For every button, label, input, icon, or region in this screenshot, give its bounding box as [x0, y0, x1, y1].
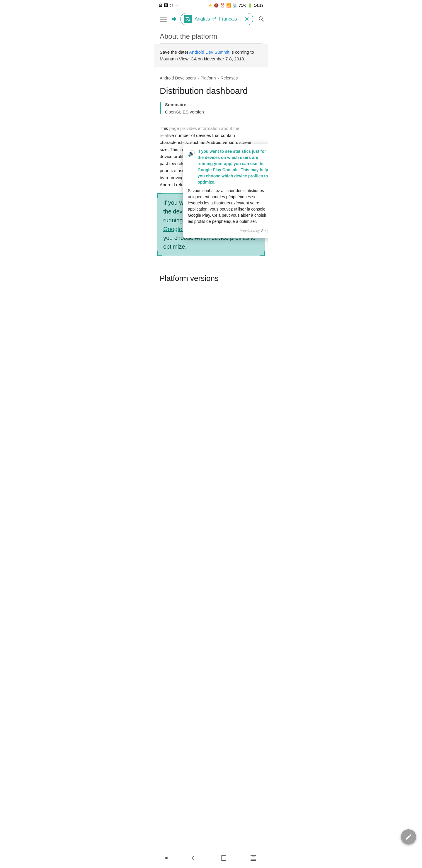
- translation-popup: 🔊 If you want to see statistics just for…: [183, 144, 268, 238]
- translate-credit: translated by Google: [240, 229, 268, 233]
- battery-percentage: 71%: [238, 3, 246, 8]
- mute-icon: 🔕: [214, 3, 219, 8]
- body-line-3: chara: [160, 140, 171, 145]
- breadcrumb-sep-2: ›: [218, 76, 219, 80]
- speaker-button[interactable]: [171, 16, 178, 22]
- corner-bl: [157, 251, 162, 256]
- menu-button[interactable]: [157, 13, 169, 25]
- body-text: This page provides information about the…: [154, 120, 268, 193]
- popup-translated-text: Si vous souhaitez afficher des statistiq…: [188, 188, 268, 225]
- body-intro-text: This page provides information about the: [160, 126, 239, 131]
- section-heading: About the platform: [154, 28, 268, 43]
- status-bar-right: ⚡ 🔕 ⏰ 📶 📡 71% 🔋 14:18: [208, 3, 263, 8]
- body-line-9: Andr: [160, 182, 169, 187]
- android-dev-summit-link[interactable]: Android Dev Summit: [189, 50, 229, 55]
- close-translation-button[interactable]: ✕: [245, 16, 249, 23]
- breadcrumb-platform[interactable]: Platform: [200, 76, 216, 80]
- popup-speaker-icon[interactable]: 🔊: [188, 149, 195, 158]
- body-line-8: by re: [160, 175, 169, 180]
- divider: [240, 16, 241, 23]
- body-line-2: relati: [160, 133, 169, 138]
- breadcrumb-releases: Releases: [221, 76, 238, 80]
- popup-original-text: If you want to see statistics just for t…: [197, 148, 268, 185]
- translate-icon: [184, 15, 192, 23]
- clock: 14:18: [254, 3, 263, 8]
- svg-rect-2: [160, 21, 167, 22]
- platform-versions-heading: Platform versions: [154, 265, 268, 286]
- status-bar: 🖼 🅱 ⬡ ··· ⚡ 🔕 ⏰ 📶 📡 71% 🔋 14:18: [154, 0, 268, 10]
- nav-bar: Anglais ⇄ Français ✕: [154, 10, 268, 28]
- summary-title: Sommaire: [165, 102, 204, 107]
- notification-icon: 🅱: [164, 3, 168, 8]
- summary-item-1: OpenGL ES version: [165, 110, 204, 114]
- svg-rect-0: [160, 17, 167, 18]
- search-button[interactable]: [256, 13, 267, 25]
- source-language[interactable]: Anglais: [195, 17, 210, 22]
- body-line-5: devic: [160, 154, 170, 159]
- body-line-6: past: [160, 161, 168, 166]
- alarm-icon: ⏰: [220, 3, 225, 8]
- breadcrumb-sep-1: ›: [197, 76, 199, 80]
- cellular-icon: 📡: [232, 3, 237, 8]
- language-swap-icon[interactable]: ⇄: [212, 16, 217, 22]
- popup-header: 🔊 If you want to see statistics just for…: [188, 148, 268, 185]
- battery-icon: 🔋: [248, 3, 252, 8]
- status-bar-left: 🖼 🅱 ⬡ ···: [159, 3, 178, 8]
- body-line-4: size.: [160, 147, 169, 152]
- overflow-icon: ···: [175, 3, 178, 8]
- popup-footer: translated by Google: [188, 228, 268, 234]
- page-title: Distribution dashboard: [154, 83, 268, 102]
- summary-section: Sommaire OpenGL ES version: [160, 102, 262, 114]
- announcement-banner: Save the date! Android Dev Summit is com…: [154, 44, 268, 67]
- screen-icon: ⬡: [170, 3, 173, 8]
- breadcrumb: Android Developers › Platform › Releases: [154, 71, 268, 83]
- breadcrumb-android-developers[interactable]: Android Developers: [160, 76, 196, 80]
- corner-tl: [157, 193, 162, 198]
- spacer-1: [154, 67, 268, 71]
- target-language[interactable]: Français: [219, 17, 237, 22]
- corner-br: [260, 251, 265, 256]
- wifi-icon: 📶: [226, 3, 231, 8]
- translation-bar: Anglais ⇄ Français ✕: [180, 13, 253, 25]
- signal-icon: ⚡: [208, 3, 213, 8]
- svg-rect-1: [160, 19, 167, 20]
- summary-content: Sommaire OpenGL ES version: [161, 102, 204, 114]
- spacer-2: [154, 256, 268, 265]
- body-line-7: prior: [160, 168, 168, 173]
- banner-text-before: Save the date!: [160, 50, 189, 55]
- photo-icon: 🖼: [159, 3, 162, 8]
